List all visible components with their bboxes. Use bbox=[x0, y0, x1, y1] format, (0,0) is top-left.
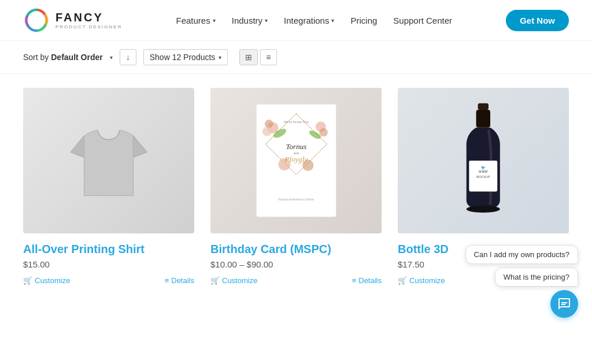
product-image-tshirt bbox=[23, 88, 194, 233]
product-image-bottle: wine MOCKUP 🐦 bbox=[398, 88, 569, 233]
chevron-icon: ▾ bbox=[213, 17, 216, 24]
chat-overlay: Can I add my own products? What is the p… bbox=[465, 245, 578, 308]
chat-button[interactable] bbox=[550, 290, 578, 308]
svg-text:MOCKUP: MOCKUP bbox=[476, 175, 490, 179]
product-card-tshirt: All-Over Printing Shirt $15.00 🛒 Customi… bbox=[23, 88, 194, 285]
logo-subtitle: PRODUCT DESIGNER bbox=[56, 24, 122, 29]
chat-bubble-2: What is the pricing? bbox=[495, 268, 578, 287]
product-price-tshirt: $15.00 bbox=[23, 259, 194, 269]
product-title-birthday-card: Birthday Card (MSPC) bbox=[210, 242, 382, 257]
get-now-button[interactable]: Get Now bbox=[506, 10, 569, 31]
toolbar: Sort by Default Order ▾ ↓ Show 12 Produc… bbox=[0, 41, 592, 74]
header: FANCY PRODUCT DESIGNER Features ▾ Indust… bbox=[0, 0, 592, 41]
chat-bubble-1: Can I add my own products? bbox=[465, 245, 578, 264]
svg-text:and: and bbox=[293, 150, 299, 154]
chat-icon bbox=[557, 297, 571, 308]
main-nav: Features ▾ Industry ▾ Integrations ▾ Pri… bbox=[176, 16, 453, 25]
logo-icon bbox=[23, 7, 50, 34]
bottle-image: wine MOCKUP 🐦 bbox=[453, 99, 513, 222]
nav-support[interactable]: Support Center bbox=[393, 16, 452, 25]
svg-text:Ploygly: Ploygly bbox=[284, 154, 308, 163]
sort-chevron-icon: ▾ bbox=[110, 54, 113, 61]
product-card-birthday-card: We're Invite You Tornus and Ploygly Form… bbox=[210, 88, 382, 285]
svg-point-5 bbox=[262, 127, 271, 136]
nav-industry[interactable]: Industry ▾ bbox=[232, 16, 268, 25]
list-view-button[interactable]: ≡ bbox=[260, 49, 276, 65]
product-title-tshirt: All-Over Printing Shirt bbox=[23, 242, 194, 257]
details-link-tshirt[interactable]: ≡ Details bbox=[165, 276, 194, 285]
product-actions-tshirt: 🛒 Customize ≡ Details bbox=[23, 276, 194, 285]
product-actions-birthday-card: 🛒 Customize ≡ Details bbox=[210, 276, 382, 285]
customize-link-birthday-card[interactable]: 🛒 Customize bbox=[210, 276, 257, 285]
tshirt-image bbox=[45, 106, 173, 215]
nav-integrations[interactable]: Integrations ▾ bbox=[284, 16, 334, 25]
customize-link-bottle[interactable]: 🛒 Customize bbox=[398, 276, 445, 285]
logo-name: FANCY bbox=[56, 11, 122, 24]
chevron-icon: ▾ bbox=[331, 17, 334, 24]
grid-view-button[interactable]: ⊞ bbox=[239, 49, 258, 65]
nav-features[interactable]: Features ▾ bbox=[176, 16, 216, 25]
birthday-card-image: We're Invite You Tornus and Ploygly Form… bbox=[249, 99, 343, 222]
sort-label: Sort by Default Order bbox=[23, 53, 103, 62]
svg-text:We're Invite You: We're Invite You bbox=[283, 120, 309, 124]
svg-rect-18 bbox=[476, 110, 490, 128]
svg-rect-17 bbox=[478, 103, 489, 110]
product-image-birthday-card: We're Invite You Tornus and Ploygly Form… bbox=[210, 88, 382, 233]
logo[interactable]: FANCY PRODUCT DESIGNER bbox=[23, 7, 122, 34]
chevron-icon: ▾ bbox=[265, 17, 268, 24]
view-toggle: ⊞ ≡ bbox=[239, 49, 276, 65]
svg-point-23 bbox=[467, 206, 500, 213]
svg-point-0 bbox=[25, 9, 48, 32]
svg-text:🐦: 🐦 bbox=[481, 165, 486, 170]
details-link-birthday-card[interactable]: ≡ Details bbox=[352, 276, 382, 285]
nav-pricing[interactable]: Pricing bbox=[350, 16, 377, 25]
svg-text:wine: wine bbox=[479, 169, 488, 174]
svg-text:Formal Invitation to follow: Formal Invitation to follow bbox=[278, 198, 314, 201]
svg-point-7 bbox=[319, 128, 328, 137]
show-products-select[interactable]: Show 12 Products ▾ bbox=[143, 49, 228, 65]
logo-text: FANCY PRODUCT DESIGNER bbox=[56, 11, 122, 29]
sort-direction-button[interactable]: ↓ bbox=[120, 49, 136, 65]
product-price-birthday-card: $10.00 – $90.00 bbox=[210, 259, 382, 269]
svg-text:Tornus: Tornus bbox=[286, 142, 306, 150]
customize-link-tshirt[interactable]: 🛒 Customize bbox=[23, 276, 70, 285]
show-chevron-icon: ▾ bbox=[219, 54, 221, 61]
